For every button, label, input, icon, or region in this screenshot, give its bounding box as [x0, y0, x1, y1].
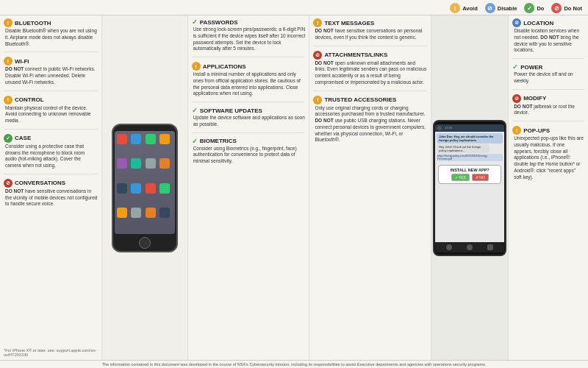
passwords-body: Use strong lock-screen pins/passwords: a… [192, 26, 306, 52]
app-icon [117, 134, 127, 144]
section-case: ✓ CASE Consider using a protective case … [4, 134, 98, 169]
chat-header: John Doe: Hey, we should consider the fo… [437, 133, 503, 144]
android-column: 12:00 John Doe: Hey, we should consider … [431, 15, 509, 360]
app-icon [146, 208, 156, 218]
software-updates-body: Update the device software and applicati… [192, 115, 306, 128]
alert-title: INSTALL NEW APP? [442, 168, 498, 172]
attachments-icon: ⊘ [313, 51, 322, 60]
legend-avoid: ! Avoid [450, 3, 478, 13]
location-title: ⊘ LOCATION [512, 18, 584, 27]
iphone-mock [112, 124, 178, 252]
text-messages-body: DO NOT have sensitive conversations on p… [313, 28, 427, 41]
app-icon [146, 183, 156, 194]
no-button[interactable]: ✗ NO [472, 174, 489, 181]
popups-body: Unexpected pop-ups like this are usually… [512, 135, 584, 180]
app-icon [117, 183, 127, 194]
disable-icon: ⊘ [485, 3, 495, 13]
text-messages-icon: ! [313, 18, 322, 27]
android-recent-btn[interactable] [487, 244, 493, 250]
android-home-btn[interactable] [467, 244, 473, 250]
android-screen: 12:00 John Doe: Hey, we should consider … [435, 124, 504, 252]
donot-icon: ⊘ [551, 3, 562, 13]
app-icon [131, 158, 141, 169]
app-icon [131, 183, 141, 194]
control-title: ! CONTROL [4, 96, 98, 105]
biometrics-icon: ✓ [192, 138, 198, 145]
software-updates-title: ✓ SOFTWARE UPDATES [192, 107, 306, 114]
android-bottom-bar [435, 242, 504, 252]
app-icon [159, 158, 170, 169]
software-updates-icon: ✓ [192, 107, 198, 114]
case-icon: ✓ [4, 134, 12, 143]
app-icon [117, 158, 127, 169]
page: ! Avoid ⊘ Disable ✓ Do ⊘ Do Not ! BLUETO… [0, 0, 588, 368]
control-body: Maintain physical control of the device.… [4, 105, 98, 124]
section-popups: ! POP-UPS Unexpected pop-ups like this a… [512, 126, 584, 180]
bluetooth-body: Disable Bluetooth® when you are not usin… [4, 28, 98, 47]
android-inner: 12:00 John Doe: Hey, we should consider … [435, 124, 504, 252]
alert-buttons: ✓ YES ✗ NO [442, 174, 498, 181]
attachments-title: ⊘ ATTACHMENTS/LINKS [313, 51, 427, 60]
avoid-icon: ! [450, 3, 460, 13]
text-messages-title: ! TEXT MESSAGES [313, 18, 427, 27]
case-body: Consider using a protective case that dr… [4, 144, 98, 169]
modify-title: ⊘ MODIFY [512, 94, 584, 103]
footnote: *For iPhone X® or later, see: support.ap… [4, 348, 96, 357]
conversations-title: ⊘ CONVERSATIONS [4, 179, 98, 188]
footer: The information contained in this docume… [0, 360, 588, 368]
section-modify: ⊘ MODIFY DO NOT jailbreak or root the de… [512, 94, 584, 117]
android-time: 12:00 [445, 126, 452, 130]
avoid-label: Avoid [462, 5, 478, 12]
popups-title: ! POP-UPS [512, 126, 584, 135]
disable-label: Disable [498, 5, 517, 12]
do-icon: ✓ [524, 3, 534, 13]
app-icon [131, 208, 141, 218]
trusted-accessories-title: ! TRUSTED ACCESSORIES [313, 96, 427, 105]
yes-button[interactable]: ✓ YES [451, 174, 470, 181]
wifi-icon: ! [4, 57, 12, 66]
section-bluetooth: ! BLUETOOTH Disable Bluetooth® when you … [4, 18, 98, 47]
biometrics-title: ✓ BIOMETRICS [192, 138, 306, 145]
legend-do: ✓ Do [524, 3, 544, 13]
header-bar: ! Avoid ⊘ Disable ✓ Do ⊘ Do Not [0, 0, 588, 15]
app-icon [131, 134, 141, 144]
bluetooth-icon: ! [4, 18, 12, 27]
legend-disable: ⊘ Disable [485, 3, 517, 13]
passwords-icon: ✓ [192, 18, 198, 26]
popups-icon: ! [512, 126, 521, 135]
bluetooth-title: ! BLUETOOTH [4, 18, 98, 27]
section-trusted-accessories: ! TRUSTED ACCESSORIES Only use original … [313, 96, 427, 144]
biometrics-body: Consider using Biometrics (e.g., fingerp… [192, 146, 306, 165]
section-text-messages: ! TEXT MESSAGES DO NOT have sensitive co… [313, 18, 427, 41]
passwords-title: ✓ PASSWORDS [192, 18, 306, 26]
app-icon [159, 208, 170, 218]
conversations-icon: ⊘ [4, 179, 12, 188]
donot-label: Do Not [564, 5, 582, 12]
android-chat: John Doe: Hey, we should consider the fo… [435, 132, 504, 242]
iphone-screen [115, 131, 175, 234]
main-content: ! BLUETOOTH Disable Bluetooth® when you … [0, 15, 588, 360]
iphone-home-button[interactable] [139, 237, 151, 249]
section-biometrics: ✓ BIOMETRICS Consider using Biometrics (… [192, 138, 306, 165]
section-passwords: ✓ PASSWORDS Use strong lock-screen pins/… [192, 18, 306, 52]
chat-msg-1: Hey John! Check out the foreign policy i… [437, 144, 490, 153]
android-back-btn[interactable] [446, 244, 452, 250]
power-icon: ✓ [512, 63, 518, 71]
left-column: ! BLUETOOTH Disable Bluetooth® when you … [0, 15, 102, 360]
section-conversations: ⊘ CONVERSATIONS DO NOT have sensitive co… [4, 179, 98, 208]
section-wifi: ! WI-FI DO NOT connect to public Wi-Fi n… [4, 57, 98, 85]
alert-popup-container: INSTALL NEW APP? ✓ YES ✗ NO [437, 163, 503, 185]
app-icon [146, 134, 156, 144]
phone-column [102, 15, 188, 360]
section-applications: ! APPLICATIONS Install a minimal number … [192, 62, 306, 97]
section-power: ✓ POWER Power the device off and on week… [512, 63, 584, 85]
section-attachments: ⊘ ATTACHMENTS/LINKS DO NOT open unknown … [313, 51, 427, 86]
app-icon [159, 134, 170, 144]
trusted-accessories-icon: ! [313, 96, 322, 105]
legend-donot: ⊘ Do Not [551, 3, 582, 13]
alert-popup: INSTALL NEW APP? ✓ YES ✗ NO [438, 165, 501, 184]
modify-body: DO NOT jailbreak or root the device. [512, 104, 584, 117]
android-mock: 12:00 John Doe: Hey, we should consider … [433, 120, 506, 256]
section-location: ⊘ LOCATION Disable location services whe… [512, 18, 584, 54]
right-column: ⊘ LOCATION Disable location services whe… [509, 15, 588, 360]
